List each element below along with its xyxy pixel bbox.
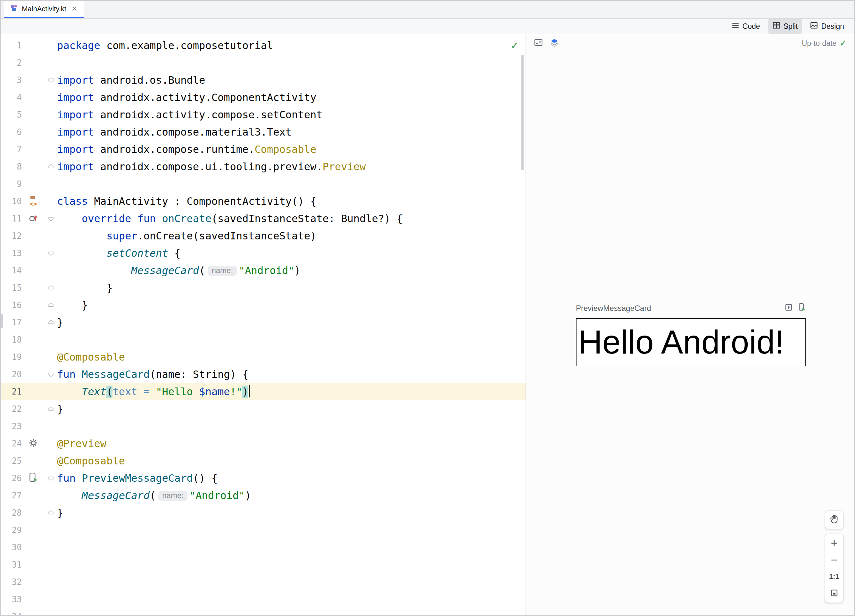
code-line-13[interactable]: 13 setContent { [1,245,526,262]
tab-mainactivity[interactable]: MainActivity.kt ✕ [4,1,84,18]
fold-marker[interactable] [45,77,57,84]
code-line-33[interactable]: 33 [1,591,526,608]
fold-marker[interactable] [45,250,57,257]
line-number[interactable]: 1 [1,37,22,54]
preview-name[interactable]: PreviewMessageCard [576,304,651,313]
gutter-icon-cell[interactable] [22,213,45,224]
line-number[interactable]: 23 [1,418,22,435]
code-line-17[interactable]: 17} [1,314,526,331]
code-line-24[interactable]: 24@Preview [1,435,526,452]
line-number[interactable]: 15 [1,279,22,296]
code-line-26[interactable]: 26fun PreviewMessageCard() { [1,469,526,487]
line-number[interactable]: 14 [1,262,22,279]
class-implementations-icon[interactable]: <> [29,196,37,207]
code-line-6[interactable]: 6import androidx.compose.material3.Text [1,123,526,141]
line-number[interactable]: 27 [1,487,22,504]
line-number[interactable]: 5 [1,106,22,123]
line-number[interactable]: 28 [1,504,22,521]
line-number[interactable]: 9 [1,175,22,193]
code-line-19[interactable]: 19@Composable [1,348,526,366]
code-line-4[interactable]: 4import androidx.activity.ComponentActiv… [1,89,526,106]
line-number[interactable]: 16 [1,296,22,314]
preview-render-surface[interactable]: Hello Android! [576,318,806,366]
code-line-21[interactable]: 21 Text(text = "Hello $name!") [1,383,526,400]
code-line-28[interactable]: 28} [1,504,526,521]
code-line-16[interactable]: 16 } [1,296,526,314]
design-view-button[interactable]: Design [805,19,849,34]
code-line-1[interactable]: 1package com.example.composetutorial [1,37,526,54]
line-number[interactable]: 33 [1,591,22,608]
editor-scrollbar[interactable] [521,55,524,170]
line-number[interactable]: 17 [1,314,22,331]
line-number[interactable]: 18 [1,331,22,348]
fold-marker[interactable] [45,371,57,378]
line-number[interactable]: 32 [1,573,22,591]
code-line-29[interactable]: 29 [1,521,526,539]
line-number[interactable]: 3 [1,72,22,89]
fold-marker[interactable] [45,284,57,291]
line-number[interactable]: 12 [1,227,22,245]
fold-marker[interactable] [45,319,57,326]
fold-marker[interactable] [45,475,57,482]
tool-window-stripe-handle[interactable] [1,314,3,328]
overrides-method-icon[interactable] [28,213,38,224]
code-line-31[interactable]: 31 [1,556,526,573]
line-number[interactable]: 19 [1,348,22,366]
code-view-button[interactable]: Code [727,19,765,34]
line-number[interactable]: 34 [1,608,22,615]
gutter-icon-cell[interactable] [22,438,45,449]
code-line-10[interactable]: 10<>class MainActivity : ComponentActivi… [1,193,526,210]
code-line-9[interactable]: 9 [1,175,526,193]
zoom-to-fit-button[interactable] [825,585,843,602]
fold-marker[interactable] [45,509,57,516]
line-number[interactable]: 31 [1,556,22,573]
code-line-32[interactable]: 32 [1,573,526,591]
code-line-2[interactable]: 2 [1,54,526,72]
run-on-device-icon[interactable] [798,303,806,314]
line-number[interactable]: 4 [1,89,22,106]
line-number[interactable]: 30 [1,539,22,556]
line-number[interactable]: 25 [1,452,22,469]
code-line-11[interactable]: 11 override fun onCreate(savedInstanceSt… [1,210,526,227]
interactive-mode-icon[interactable] [785,303,793,313]
ui-check-mode-icon[interactable] [533,38,543,49]
line-number[interactable]: 29 [1,521,22,539]
code-line-30[interactable]: 30 [1,539,526,556]
fold-marker[interactable] [45,405,57,412]
close-icon[interactable]: ✕ [72,5,77,13]
gear-icon[interactable] [28,438,38,449]
code-line-34[interactable]: 34 [1,608,526,615]
line-number[interactable]: 20 [1,366,22,383]
code-line-14[interactable]: 14 MessageCard(name:"Android") [1,262,526,279]
code-line-27[interactable]: 27 MessageCard(name:"Android") [1,487,526,504]
code-line-25[interactable]: 25@Composable [1,452,526,469]
line-number[interactable]: 22 [1,400,22,418]
code-line-7[interactable]: 7import androidx.compose.runtime.Composa… [1,141,526,158]
split-view-button[interactable]: Split [768,19,803,34]
code-line-8[interactable]: 8import androidx.compose.ui.tooling.prev… [1,158,526,175]
zoom-out-button[interactable]: − [825,552,843,568]
fold-marker[interactable] [45,302,57,309]
line-number[interactable]: 26 [1,469,22,487]
fold-marker[interactable] [45,163,57,170]
code-line-20[interactable]: 20fun MessageCard(name: String) { [1,366,526,383]
code-line-12[interactable]: 12 super.onCreate(savedInstanceState) [1,227,526,245]
line-number[interactable]: 7 [1,141,22,158]
code-line-3[interactable]: 3import android.os.Bundle [1,72,526,89]
code-line-22[interactable]: 22} [1,400,526,418]
code-line-18[interactable]: 18 [1,331,526,348]
pan-button[interactable] [825,510,843,529]
run-preview-icon[interactable] [29,472,38,484]
gutter-icon-cell[interactable] [22,472,45,484]
layers-icon[interactable] [550,38,559,49]
line-number[interactable]: 2 [1,54,22,72]
line-number[interactable]: 8 [1,158,22,175]
line-number[interactable]: 6 [1,123,22,141]
code-editor[interactable]: 1package com.example.composetutorial23im… [1,34,526,615]
zoom-in-button[interactable]: + [825,535,843,552]
code-line-15[interactable]: 15 } [1,279,526,296]
line-number[interactable]: 11 [1,210,22,227]
line-number[interactable]: 13 [1,245,22,262]
gutter-icon-cell[interactable]: <> [22,196,45,207]
line-number[interactable]: 24 [1,435,22,452]
